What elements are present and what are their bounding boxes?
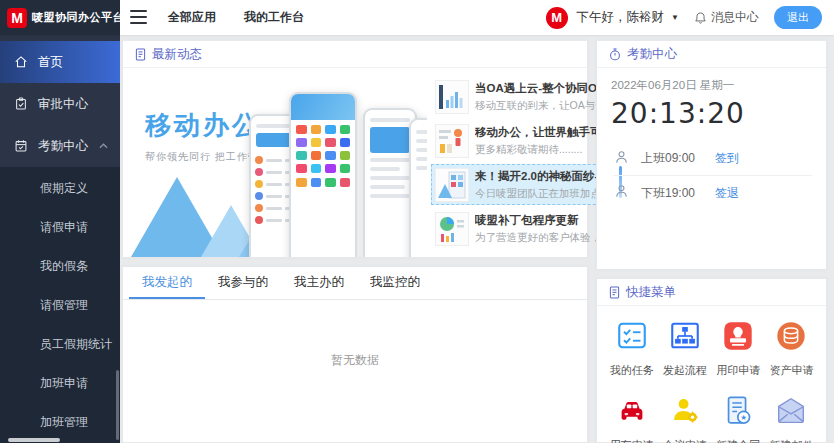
person-icon bbox=[614, 150, 629, 169]
tab-monitored-by-me[interactable]: 我监控的 bbox=[357, 267, 433, 299]
quick-item-seal-request[interactable]: 用印申请 bbox=[712, 319, 765, 378]
asset-request-icon bbox=[774, 319, 808, 353]
car-request-icon bbox=[615, 394, 649, 428]
phone-mockup bbox=[409, 118, 427, 257]
quick-item-new-mail[interactable]: 新建邮件 bbox=[765, 394, 818, 443]
latest-news-panel: 最新动态 移动办公 帮你领先同行 把工作带出办公室 bbox=[122, 40, 588, 258]
svg-text:★: ★ bbox=[740, 413, 747, 422]
meeting-request-icon bbox=[668, 394, 702, 428]
top-nav: 全部应用 我的工作台 bbox=[168, 0, 304, 35]
bell-icon bbox=[694, 11, 707, 25]
news-thumbnail bbox=[435, 80, 469, 114]
sidebar-item-home[interactable]: 首页 bbox=[0, 41, 120, 83]
nav-my-workbench[interactable]: 我的工作台 bbox=[244, 9, 304, 26]
phone-mockup bbox=[289, 92, 357, 257]
user-avatar[interactable]: M bbox=[546, 7, 568, 29]
sidebar-subitem-overtime-management[interactable]: 加班管理 bbox=[0, 403, 120, 442]
home-icon bbox=[14, 55, 28, 69]
sidebar-subitem-overtime-request[interactable]: 加班申请 bbox=[0, 364, 120, 403]
quick-item-meeting-request[interactable]: 会议申请 bbox=[658, 394, 711, 443]
nav-all-apps[interactable]: 全部应用 bbox=[168, 9, 216, 26]
quick-item-label: 新建合同 bbox=[712, 438, 765, 443]
my-tasks-icon bbox=[615, 319, 649, 353]
news-item[interactable]: 唛盟补丁包程序更新 为了营造更好的客户体验，唛 bbox=[431, 208, 616, 249]
news-desc: 移动互联的到来，让OA与云 bbox=[475, 99, 606, 113]
quick-item-label: 资产申请 bbox=[765, 363, 818, 378]
quick-item-label: 用车申请 bbox=[605, 438, 658, 443]
clipboard-icon bbox=[14, 97, 28, 111]
calendar-icon bbox=[14, 139, 28, 153]
shift-label: 上班09:00 bbox=[641, 150, 715, 167]
quick-item-label: 我的任务 bbox=[605, 363, 658, 378]
top-right-area: M 下午好，陈裕财 ▼ 消息中心 退出 bbox=[546, 0, 822, 35]
sidebar-subitem-employee-leave-stats[interactable]: 员工假期统计 bbox=[0, 325, 120, 364]
logout-button[interactable]: 退出 bbox=[774, 6, 822, 29]
brand-logo-icon: M bbox=[7, 8, 27, 28]
quick-item-label: 新建邮件 bbox=[765, 438, 818, 443]
news-title: 移动办公，让世界触手可 bbox=[475, 125, 602, 140]
news-item[interactable]: 移动办公，让世界触手可 更多精彩敬请期待........ bbox=[431, 120, 616, 161]
sign-out-link[interactable]: 签退 bbox=[715, 185, 739, 202]
new-mail-icon bbox=[774, 394, 808, 428]
attendance-panel: 考勤中心 2022年06月20日 星期一 20:13:20 上班09:00 签到 bbox=[596, 40, 827, 270]
latest-news-header: 最新动态 bbox=[123, 41, 587, 68]
quick-menu-header: 快捷菜单 bbox=[597, 279, 826, 306]
sign-in-link[interactable]: 签到 bbox=[715, 150, 739, 167]
tab-hosted-by-me[interactable]: 我主办的 bbox=[281, 267, 357, 299]
news-title: 当OA遇上云-整个协同OA bbox=[475, 81, 606, 96]
attendance-row-evening: 下班19:00 签退 bbox=[613, 176, 812, 210]
quick-item-label: 会议申请 bbox=[658, 438, 711, 443]
user-greeting[interactable]: 下午好，陈裕财 bbox=[577, 9, 665, 26]
quick-item-car-request[interactable]: 用车申请 bbox=[605, 394, 658, 443]
quick-menu-grid: 我的任务 发起流程 bbox=[597, 306, 826, 443]
tab-participated-by-me[interactable]: 我参与的 bbox=[205, 267, 281, 299]
sidebar-subitem-leave-request[interactable]: 请假申请 bbox=[0, 208, 120, 247]
panel-title: 快捷菜单 bbox=[626, 284, 676, 301]
tab-initiated-by-me[interactable]: 我发起的 bbox=[129, 267, 205, 299]
quick-item-new-contract[interactable]: ★ 新建合同 bbox=[712, 394, 765, 443]
quick-item-label: 用印申请 bbox=[712, 363, 765, 378]
stopwatch-icon bbox=[609, 48, 621, 61]
quick-item-start-flow[interactable]: 发起流程 bbox=[658, 319, 711, 378]
news-desc: 今日唛盟团队正在加班加点， bbox=[475, 187, 612, 201]
news-desc: 更多精彩敬请期待........ bbox=[475, 143, 602, 157]
sidebar-subitem-leave-management[interactable]: 请假管理 bbox=[0, 286, 120, 325]
top-header: M 唛盟协同办公平台 全部应用 我的工作台 M 下午好，陈裕财 ▼ 消息中心 退… bbox=[0, 0, 834, 35]
sidebar-subitem-my-leave-notes[interactable]: 我的假条 bbox=[0, 247, 120, 286]
sidebar-item-label: 审批中心 bbox=[38, 96, 88, 113]
empty-state-text: 暂无数据 bbox=[123, 352, 587, 369]
attendance-body: 2022年06月20日 星期一 20:13:20 上班09:00 签到 bbox=[597, 68, 826, 210]
quick-item-label: 发起流程 bbox=[658, 363, 711, 378]
news-item[interactable]: 当OA遇上云-整个协同OA 移动互联的到来，让OA与云 bbox=[431, 76, 616, 117]
sidebar-vertical-scrollbar[interactable] bbox=[116, 370, 119, 440]
mobile-office-banner[interactable]: 移动办公 帮你领先同行 把工作带出办公室 bbox=[123, 68, 427, 257]
seal-request-icon bbox=[721, 319, 755, 353]
news-item-selected[interactable]: 来！揭开2.0的神秘面纱- 今日唛盟团队正在加班加点， bbox=[431, 164, 616, 205]
sidebar-subitem-holiday-definition[interactable]: 假期定义 bbox=[0, 169, 120, 208]
chevron-up-icon[interactable] bbox=[99, 143, 108, 149]
chevron-down-icon[interactable]: ▼ bbox=[671, 13, 679, 22]
attendance-submenu: 假期定义 请假申请 我的假条 请假管理 员工假期统计 加班申请 加班管理 bbox=[0, 167, 120, 443]
brand-title: 唛盟协同办公平台 bbox=[32, 10, 124, 25]
document-icon bbox=[609, 286, 620, 299]
person-icon bbox=[614, 184, 629, 203]
quick-item-asset-request[interactable]: 资产申请 bbox=[765, 319, 818, 378]
quick-menu-panel: 快捷菜单 我的任务 bbox=[596, 278, 827, 443]
sidebar-horizontal-scrollbar[interactable] bbox=[8, 438, 60, 442]
process-tabs: 我发起的 我参与的 我主办的 我监控的 bbox=[123, 267, 587, 300]
news-list: 当OA遇上云-整个协同OA 移动互联的到来，让OA与云 移动办公，让世界触手可 … bbox=[427, 68, 622, 257]
banner-headline: 移动办公 bbox=[145, 108, 261, 143]
shift-label: 下班19:00 bbox=[641, 185, 715, 202]
sidebar-item-attendance-center[interactable]: 考勤中心 bbox=[0, 125, 120, 167]
attendance-clock: 20:13:20 bbox=[611, 97, 812, 130]
sidebar-item-approval-center[interactable]: 审批中心 bbox=[0, 83, 120, 125]
quick-item-my-tasks[interactable]: 我的任务 bbox=[605, 319, 658, 378]
sidebar: 首页 审批中心 考勤中心 假期定义 bbox=[0, 35, 120, 443]
news-thumbnail bbox=[435, 124, 469, 158]
my-processes-panel: 我发起的 我参与的 我主办的 我监控的 暂无数据 bbox=[122, 266, 588, 443]
attendance-date: 2022年06月20日 星期一 bbox=[611, 78, 812, 93]
news-thumbnail bbox=[435, 168, 469, 202]
menu-toggle-icon[interactable] bbox=[130, 10, 147, 24]
message-center[interactable]: 消息中心 bbox=[694, 9, 759, 26]
news-title: 唛盟补丁包程序更新 bbox=[475, 213, 612, 228]
